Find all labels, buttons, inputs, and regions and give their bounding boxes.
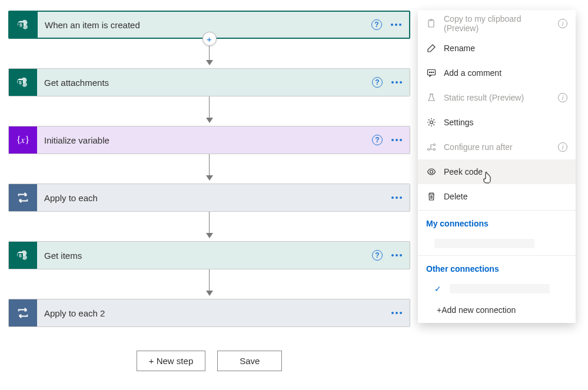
- menu-separator: [418, 255, 576, 256]
- add-new-connection[interactable]: +Add new connection: [418, 299, 576, 322]
- flow-canvas: S When an item is created ? + S Get atta…: [8, 11, 410, 371]
- add-step-button[interactable]: +: [202, 32, 217, 46]
- more-menu-button[interactable]: [390, 75, 404, 89]
- menu-peek-code[interactable]: Peek code: [418, 159, 576, 184]
- menu-rename[interactable]: Rename: [418, 36, 576, 61]
- step-initialize-variable[interactable]: {𝑥} Initialize variable ?: [8, 126, 410, 154]
- other-connections-heading: Other connections: [418, 257, 576, 278]
- info-icon: i: [558, 19, 567, 28]
- svg-point-23: [430, 121, 433, 124]
- step-title: Apply to each: [37, 184, 390, 211]
- copy-icon: [426, 19, 437, 28]
- help-icon[interactable]: ?: [372, 77, 383, 88]
- step-title: Apply to each 2: [37, 299, 390, 326]
- save-button[interactable]: Save: [217, 351, 282, 371]
- menu-item-label: Static result (Preview): [444, 93, 551, 102]
- connector-arrow: [8, 269, 410, 299]
- step-apply-to-each-2[interactable]: Apply to each 2: [8, 299, 410, 327]
- pencil-icon: [426, 44, 437, 53]
- connector-arrow: [8, 96, 410, 126]
- more-menu-button[interactable]: [390, 306, 404, 320]
- gear-icon: [426, 118, 437, 127]
- menu-item-label: Peek code: [444, 167, 567, 176]
- connection-name-placeholder: [434, 239, 534, 248]
- new-step-button[interactable]: + New step: [137, 351, 205, 371]
- connector-arrow: [8, 212, 410, 241]
- sharepoint-icon: S: [9, 242, 37, 269]
- svg-rect-16: [428, 20, 434, 27]
- menu-item-label: Delete: [444, 192, 567, 201]
- comment-icon: [426, 68, 437, 78]
- menu-item-label: Add a comment: [444, 68, 567, 78]
- svg-point-26: [434, 149, 436, 151]
- info-icon: i: [558, 93, 567, 102]
- eye-icon: [426, 167, 437, 176]
- menu-settings[interactable]: Settings: [418, 110, 576, 135]
- menu-add-comment[interactable]: Add a comment: [418, 61, 576, 85]
- menu-item-label: Settings: [444, 118, 567, 127]
- connector-arrow: [8, 154, 410, 184]
- step-apply-to-each[interactable]: Apply to each: [8, 184, 410, 212]
- menu-item-label: Copy to my clipboard (Preview): [444, 14, 551, 33]
- help-icon[interactable]: ?: [372, 250, 383, 261]
- more-menu-button[interactable]: [389, 18, 403, 32]
- sharepoint-icon: S: [9, 12, 38, 38]
- more-menu-button[interactable]: [390, 248, 404, 262]
- sharepoint-icon: S: [9, 69, 37, 96]
- step-title: Get attachments: [37, 69, 372, 96]
- step-get-attachments[interactable]: S Get attachments ?: [8, 68, 410, 96]
- more-menu-button[interactable]: [390, 191, 404, 205]
- connection-name-placeholder: [450, 284, 550, 294]
- menu-separator: [418, 210, 576, 211]
- menu-static-result: Static result (Preview) i: [418, 85, 576, 110]
- my-connections-heading: My connections: [418, 212, 576, 233]
- menu-item-label: Rename: [444, 44, 567, 53]
- menu-delete[interactable]: Delete: [418, 184, 576, 209]
- svg-point-20: [431, 72, 431, 72]
- step-title: Get items: [37, 242, 372, 269]
- connection-row[interactable]: [418, 233, 576, 254]
- loop-icon: [9, 184, 37, 211]
- svg-text:S: S: [19, 80, 22, 85]
- connector-arrow: +: [8, 39, 410, 68]
- step-title: Initialize variable: [37, 126, 372, 154]
- svg-point-25: [434, 144, 436, 146]
- context-menu: Copy to my clipboard (Preview) i Rename …: [418, 10, 576, 323]
- menu-configure-run-after: Configure run after i: [418, 135, 576, 159]
- more-menu-button[interactable]: [390, 133, 404, 147]
- step-get-items[interactable]: S Get items ?: [8, 241, 410, 269]
- svg-text:S: S: [19, 22, 22, 28]
- svg-point-21: [433, 72, 433, 72]
- help-icon[interactable]: ?: [372, 135, 383, 145]
- info-icon: i: [558, 142, 567, 152]
- branch-icon: [426, 142, 437, 152]
- help-icon[interactable]: ?: [371, 19, 382, 30]
- connection-row-selected[interactable]: ✓: [418, 278, 576, 299]
- variable-icon: {𝑥}: [9, 126, 37, 154]
- svg-point-27: [430, 171, 433, 174]
- check-icon: ✓: [434, 284, 441, 294]
- bottom-toolbar: + New step Save: [8, 351, 410, 371]
- svg-point-19: [429, 72, 430, 72]
- trash-icon: [426, 192, 437, 201]
- flask-icon: [426, 93, 437, 102]
- svg-point-24: [428, 149, 430, 151]
- loop-icon: [9, 299, 37, 326]
- svg-text:S: S: [19, 253, 22, 258]
- svg-text:{𝑥}: {𝑥}: [16, 135, 30, 145]
- menu-copy-clipboard: Copy to my clipboard (Preview) i: [418, 11, 576, 36]
- menu-item-label: Configure run after: [444, 142, 551, 152]
